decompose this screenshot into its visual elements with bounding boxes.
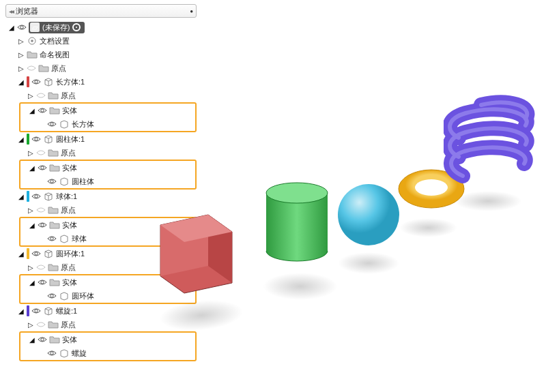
tree-item-coil-bodies[interactable]: 实体 — [20, 333, 195, 346]
tree-item-sph-bodies[interactable]: 实体 — [20, 218, 195, 232]
browser-title: 浏览器 — [16, 6, 187, 16]
expand-icon[interactable] — [18, 37, 25, 45]
eye-icon[interactable] — [47, 291, 57, 301]
folder-icon — [49, 105, 60, 116]
shadow — [399, 218, 457, 237]
browser-header[interactable]: ◂◂ 浏览器 ● — [5, 4, 197, 18]
expand-icon[interactable] — [8, 24, 15, 31]
expand-icon[interactable] — [29, 164, 35, 172]
eye-icon[interactable] — [38, 163, 47, 172]
eye-icon[interactable] — [36, 262, 46, 272]
folder-icon — [48, 90, 59, 101]
eye-icon[interactable] — [38, 335, 47, 344]
eye-icon[interactable] — [31, 192, 41, 201]
folder-icon — [48, 262, 59, 273]
eye-icon[interactable] — [36, 205, 46, 215]
tree-item-tor-bodies[interactable]: 实体 — [20, 275, 195, 289]
tree-item-cyl-bodies[interactable]: 实体 — [20, 161, 195, 175]
expand-icon[interactable] — [18, 250, 25, 258]
tree-item-docset[interactable]: 文档设置 — [5, 34, 197, 48]
root-chip[interactable]: ▱ (未保存) — [29, 22, 85, 33]
item-label: 原点 — [61, 205, 76, 215]
browser-tree: ▱ (未保存) 文档设置 命名视图 原点 — [5, 18, 197, 361]
expand-icon[interactable] — [18, 307, 25, 315]
tree-item-cyl-origin[interactable]: 原点 — [5, 146, 197, 160]
shape-coil[interactable] — [444, 89, 539, 191]
expand-icon[interactable] — [29, 279, 35, 286]
eye-icon[interactable] — [36, 148, 46, 157]
expand-icon[interactable] — [27, 149, 34, 157]
item-label: 原点 — [61, 148, 76, 158]
eye-icon[interactable] — [38, 277, 47, 287]
tree-item-tor-origin[interactable]: 原点 — [5, 260, 197, 274]
eye-icon[interactable] — [47, 177, 57, 186]
svg-marker-4 — [208, 215, 232, 283]
folder-icon — [48, 147, 59, 158]
expand-icon[interactable] — [27, 92, 34, 100]
eye-icon[interactable] — [31, 77, 41, 87]
eye-icon[interactable] — [17, 22, 27, 32]
expand-icon[interactable] — [18, 193, 25, 200]
tree-item-box-origin[interactable]: 原点 — [5, 89, 197, 102]
eye-icon[interactable] — [27, 63, 36, 73]
eye-icon[interactable] — [47, 119, 57, 129]
tree-item-views[interactable]: 命名视图 — [5, 48, 197, 61]
shape-torus[interactable] — [396, 167, 468, 211]
eye-icon[interactable] — [31, 306, 41, 316]
item-label: 原点 — [51, 63, 66, 74]
expand-icon[interactable] — [18, 51, 25, 59]
folder-icon — [49, 277, 60, 288]
expand-icon[interactable] — [27, 264, 34, 271]
tree-item-sph-body[interactable]: 球体 — [20, 232, 195, 245]
tree-item-coil-origin[interactable]: 原点 — [5, 318, 197, 331]
eye-icon[interactable] — [36, 91, 46, 100]
root-label: (未保存) — [42, 22, 70, 33]
item-label: 实体 — [62, 106, 77, 116]
shape-cylinder[interactable] — [256, 174, 338, 273]
item-label: 文档设置 — [40, 36, 70, 46]
component-icon — [43, 248, 54, 259]
expand-icon[interactable] — [18, 78, 25, 86]
tree-item-box-body[interactable]: 长方体 — [20, 117, 195, 131]
expand-icon[interactable] — [27, 207, 34, 214]
eye-icon[interactable] — [31, 249, 41, 258]
collapse-icon[interactable]: ◂◂ — [9, 7, 13, 15]
expand-icon[interactable] — [29, 107, 35, 115]
expand-icon[interactable] — [29, 222, 35, 229]
svg-point-11 — [399, 170, 464, 208]
tree-item-cyl-body[interactable]: 圆柱体 — [20, 175, 195, 188]
eye-icon[interactable] — [36, 320, 46, 329]
expand-icon[interactable] — [18, 65, 25, 72]
eye-icon[interactable] — [47, 234, 57, 243]
item-label: 实体 — [62, 220, 77, 230]
shape-sphere[interactable] — [334, 181, 403, 249]
eye-icon[interactable] — [47, 348, 57, 358]
tree-item-box[interactable]: 长方体:1 — [5, 75, 197, 89]
tree-item-torus[interactable]: 圆环体:1 — [5, 247, 197, 260]
color-bar — [27, 305, 29, 316]
tree-item-cylinder[interactable]: 圆柱体:1 — [5, 132, 197, 146]
tree-item-sph-origin[interactable]: 原点 — [5, 203, 197, 217]
component-icon — [43, 191, 54, 202]
tree-item-tor-body[interactable]: 圆环体 — [20, 289, 195, 303]
panel-options-icon[interactable]: ● — [190, 8, 193, 14]
tree-item-origin[interactable]: 原点 — [5, 61, 197, 75]
expand-icon[interactable] — [29, 336, 35, 344]
eye-icon[interactable] — [38, 220, 47, 230]
tree-item-coil[interactable]: 螺旋:1 — [5, 304, 197, 318]
body-icon — [59, 176, 70, 187]
tree-item-coil-body[interactable]: 螺旋 — [20, 346, 195, 360]
svg-point-7 — [266, 183, 328, 203]
eye-icon[interactable] — [31, 134, 41, 144]
svg-point-9 — [399, 170, 464, 208]
tree-item-box-bodies[interactable]: 实体 — [20, 104, 195, 117]
tree-root[interactable]: ▱ (未保存) — [5, 20, 197, 34]
color-bar — [27, 76, 29, 87]
expand-icon[interactable] — [27, 321, 34, 329]
eye-icon[interactable] — [38, 106, 47, 115]
tree-item-sphere[interactable]: 球体:1 — [5, 190, 197, 203]
expand-icon[interactable] — [18, 136, 25, 143]
activate-target-icon[interactable] — [72, 23, 81, 31]
item-label: 原点 — [61, 320, 76, 330]
folder-icon — [49, 334, 60, 345]
